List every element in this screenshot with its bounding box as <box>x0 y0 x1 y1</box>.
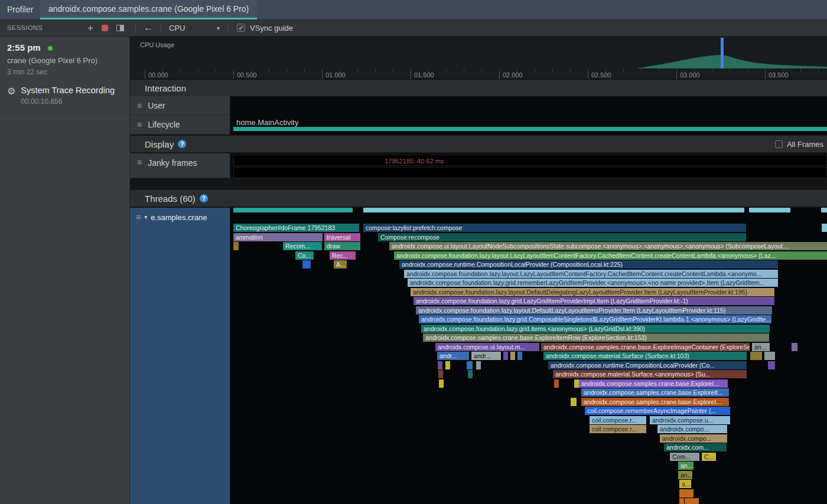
trace-slice[interactable]: androidx.compose.material.Surface.<anony… <box>553 370 747 378</box>
trace-slice[interactable]: an... <box>678 471 692 479</box>
track-label-lifecycle[interactable]: ≡ Lifecycle <box>130 115 230 135</box>
trace-slice[interactable]: androidx.compose.u... <box>650 416 730 424</box>
trace-slice[interactable]: androidx.compose.samples.crane.base.Expl… <box>581 388 729 397</box>
janky-frames-track[interactable]: 17952185: 40.62 ms <box>230 153 827 178</box>
trace-slice[interactable]: androidx.compose.samples.crane.base.Expl… <box>423 333 769 342</box>
back-arrow-icon[interactable]: ← <box>141 22 155 33</box>
lifecycle-track[interactable]: home.MainActivity <box>230 115 827 135</box>
trace-slice[interactable]: A... <box>334 260 347 269</box>
trace-slice[interactable] <box>468 370 473 378</box>
vsync-guide-checkbox[interactable]: ✓ VSync guide <box>237 24 293 32</box>
trace-slice[interactable] <box>571 398 577 406</box>
help-icon[interactable]: ? <box>200 194 208 202</box>
trace-slice[interactable]: androidx.com... <box>664 443 727 451</box>
trace-slice[interactable]: Choreographer#doFrame 17952183 <box>233 224 359 232</box>
trace-slice[interactable] <box>233 242 239 250</box>
add-session-icon[interactable]: + <box>87 23 93 33</box>
trace-slice[interactable] <box>749 208 790 212</box>
trace-slice[interactable] <box>503 352 508 360</box>
track-label-janky-frames[interactable]: ≡ Janky frames <box>130 153 230 178</box>
trace-slice[interactable]: coil.compose.r... <box>590 425 646 433</box>
trace-slice[interactable]: androidx.compose.foundation.lazy.layout.… <box>404 270 778 278</box>
trace-slice[interactable]: androidx.compose.samples.crane.base.Expl… <box>541 343 750 351</box>
trace-slice[interactable] <box>694 498 699 504</box>
expand-caret-icon[interactable]: ▾ <box>144 213 147 221</box>
trace-slice[interactable] <box>750 352 762 360</box>
collapse-panel-icon[interactable] <box>116 25 124 31</box>
trace-slice[interactable]: androidx.compose.samples.crane.base.Expl… <box>581 398 729 406</box>
trace-slice[interactable] <box>822 224 827 232</box>
trace-slice[interactable]: Com... <box>670 453 699 461</box>
trace-slice[interactable]: Rec... <box>330 251 356 260</box>
time-axis[interactable]: 00.00000.50001.00001.50002.00002.50003.0… <box>130 69 827 80</box>
trace-slice[interactable]: androidx.compo... <box>660 434 727 443</box>
trace-slice[interactable] <box>233 208 353 212</box>
lifecycle-activity-bar[interactable] <box>233 127 827 131</box>
drag-handle-icon[interactable]: ≡ <box>137 120 142 129</box>
trace-slice[interactable]: androidx.compose.foundation.lazy.layout.… <box>411 288 774 296</box>
trace-slice[interactable] <box>510 352 515 360</box>
trace-slice[interactable]: andr... <box>437 352 469 360</box>
trace-slice[interactable] <box>302 260 311 269</box>
track-label-user[interactable]: ≡ User <box>130 96 230 115</box>
trace-slice[interactable] <box>438 370 443 378</box>
session-entry[interactable]: 2:55 pm crane (Google Pixel 6 Pro) 3 min… <box>0 37 129 80</box>
user-track[interactable] <box>230 96 827 115</box>
trace-slice[interactable]: androidx.compose.runtime.CompositionLoca… <box>399 260 778 269</box>
trace-slice[interactable]: Co... <box>295 251 314 260</box>
trace-slice[interactable]: an... <box>678 462 693 470</box>
trace-slice[interactable] <box>476 361 481 369</box>
help-icon[interactable]: ? <box>178 140 186 148</box>
janky-frame-band[interactable] <box>233 167 827 178</box>
trace-slice[interactable]: coil.compose.r... <box>590 416 646 424</box>
trace-slice[interactable]: androidx.compose.material.Surface (Surfa… <box>543 352 747 360</box>
trace-slice[interactable]: androidx.compose.foundation.lazy.grid.re… <box>408 279 778 287</box>
trace-slice[interactable] <box>554 379 559 388</box>
trace-slice[interactable] <box>679 489 693 498</box>
trace-slice[interactable]: andr... <box>471 352 501 360</box>
trace-slice[interactable]: androidx.compose.foundation.lazy.grid.it… <box>421 325 770 333</box>
trace-slice[interactable] <box>574 379 579 388</box>
trace-slice[interactable]: a... <box>679 480 691 488</box>
trace-slice[interactable] <box>679 498 684 504</box>
trace-slice[interactable]: Compose:recompose <box>378 233 746 241</box>
trace-slice[interactable]: androidx.compose.foundation.lazy.layout.… <box>394 251 827 260</box>
trace-slice[interactable]: androidx.compose.foundation.lazy.grid.Co… <box>419 315 771 323</box>
thread-label-crane[interactable]: ≡ ▾ e.samples.crane <box>130 208 230 504</box>
trace-slice[interactable] <box>689 498 694 504</box>
trace-slice[interactable]: an... <box>752 343 770 351</box>
session-tab[interactable]: androidx.compose.samples.crane (Google P… <box>40 0 257 19</box>
drag-handle-icon[interactable]: ≡ <box>137 102 142 110</box>
trace-slice[interactable] <box>685 498 689 504</box>
trace-slice[interactable] <box>363 208 744 212</box>
trace-slice[interactable]: traversal <box>324 233 360 241</box>
drag-handle-icon[interactable]: ≡ <box>136 213 141 221</box>
trace-slice[interactable] <box>517 352 522 360</box>
trace-slice[interactable]: androidx.compose.foundation.lazy.layout.… <box>416 306 772 315</box>
trace-slice[interactable]: coil.compose.rememberAsyncImagePainter (… <box>585 407 730 415</box>
all-frames-checkbox[interactable]: All Frames <box>775 140 823 149</box>
trace-slice[interactable]: animation <box>233 233 323 241</box>
trace-slice[interactable] <box>439 379 444 388</box>
trace-slice[interactable] <box>438 361 442 369</box>
stop-recording-icon[interactable] <box>102 25 108 31</box>
trace-slice[interactable]: androidx.compo... <box>657 425 727 433</box>
trace-slice[interactable]: C... <box>702 453 716 461</box>
janky-frame-band[interactable]: 17952185: 40.62 ms <box>233 155 827 166</box>
trace-slice[interactable]: androidx.compose.samples.crane.base.Expl… <box>579 379 728 388</box>
cpu-dropdown[interactable]: CPU ▾ <box>169 24 220 32</box>
trace-slice[interactable]: androidx.compose.foundation.lazy.grid.La… <box>414 297 774 305</box>
trace-slice[interactable] <box>445 361 450 369</box>
trace-slice[interactable] <box>768 361 775 369</box>
trace-slice[interactable] <box>792 343 797 351</box>
trace-slice[interactable]: compose:lazylist:prefetch:compose <box>363 224 746 232</box>
cpu-usage-panel[interactable]: CPU Usage 00.00000.50001.00001.50002.000… <box>130 37 827 80</box>
trace-slice[interactable] <box>764 352 775 360</box>
trace-slice[interactable]: draw <box>324 242 360 250</box>
trace-slice[interactable]: Recom... <box>283 242 322 250</box>
recording-entry[interactable]: ⚙ System Trace Recording 00:00:10.656 <box>0 80 129 113</box>
trace-slice[interactable] <box>467 361 473 369</box>
trace-slice[interactable]: androidx.compose.ui.layout.LayoutNodeSub… <box>389 242 827 250</box>
trace-slice[interactable]: androidx.compose.runtime.CompositionLoca… <box>548 361 747 369</box>
trace-slice[interactable]: androidx.compose.ui.layout.m... <box>435 343 539 351</box>
